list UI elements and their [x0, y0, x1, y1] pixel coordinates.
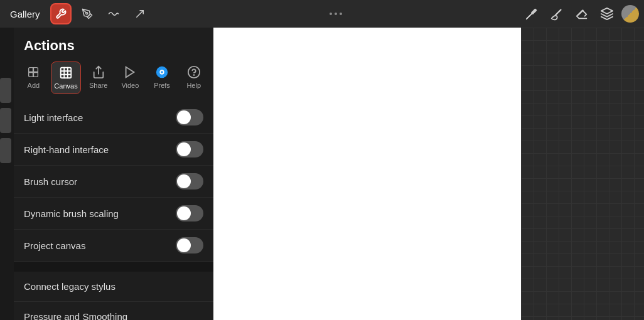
pencil-icon	[525, 7, 539, 21]
brush-icon	[550, 7, 564, 21]
tab-video-label: Video	[121, 82, 139, 89]
tab-prefs-label: Prefs	[154, 82, 170, 89]
wave-button[interactable]	[103, 3, 124, 24]
toolbar-left: Gallery	[5, 3, 151, 24]
dot-2	[335, 13, 337, 15]
add-icon	[26, 65, 40, 79]
icon-tabs: Add Canvas Share Video	[14, 61, 213, 102]
light-interface-toggle[interactable]	[176, 109, 203, 125]
tab-add[interactable]: Add	[19, 61, 48, 94]
tab-prefs[interactable]: Prefs	[148, 61, 177, 94]
pen-nib-icon	[82, 8, 93, 19]
arrow-icon	[134, 8, 146, 19]
project-canvas-label: Project canvas	[24, 240, 85, 251]
pen-button[interactable]	[77, 3, 98, 24]
setting-dynamic-brush-scaling: Dynamic brush scaling	[14, 198, 213, 230]
tab-share-label: Share	[89, 82, 107, 89]
gallery-button[interactable]: Gallery	[5, 6, 45, 22]
setting-brush-cursor: Brush cursor	[14, 166, 213, 198]
right-hand-interface-label: Right-hand interface	[24, 144, 109, 155]
dynamic-brush-scaling-label: Dynamic brush scaling	[24, 208, 119, 219]
wrench-icon	[55, 8, 67, 19]
pencil-tool-button[interactable]	[521, 3, 542, 24]
tab-help-label: Help	[186, 82, 201, 89]
arrow-button[interactable]	[129, 3, 151, 24]
layers-icon	[600, 7, 614, 21]
svg-rect-7	[61, 68, 72, 78]
top-toolbar: Gallery	[0, 0, 644, 28]
prefs-icon	[155, 65, 169, 79]
sidebar-handle-3[interactable]	[0, 138, 11, 163]
right-hand-interface-toggle[interactable]	[176, 141, 203, 157]
tab-share[interactable]: Share	[83, 61, 113, 94]
actions-panel: Actions Add Canvas Share	[14, 28, 213, 320]
toolbar-center	[330, 13, 342, 15]
brush-tool-button[interactable]	[546, 3, 567, 24]
light-interface-label: Light interface	[24, 112, 83, 123]
dot-3	[340, 13, 342, 15]
sidebar-handle-1[interactable]	[0, 78, 11, 103]
share-icon	[92, 65, 105, 79]
setting-project-canvas: Project canvas	[14, 230, 213, 262]
canvas-background	[521, 28, 644, 320]
connect-legacy-stylus-label: Connect legacy stylus	[24, 281, 115, 292]
eraser-icon	[575, 7, 589, 21]
layers-tool-button[interactable]	[596, 3, 618, 24]
actions-title: Actions	[14, 28, 213, 61]
eraser-tool-button[interactable]	[571, 3, 593, 24]
brush-cursor-label: Brush cursor	[24, 176, 77, 187]
setting-light-interface: Light interface	[14, 102, 213, 134]
svg-marker-3	[601, 8, 613, 14]
section-divider-1	[14, 262, 213, 272]
canvas-icon	[59, 66, 73, 80]
wave-icon	[108, 8, 119, 19]
svg-line-1	[136, 11, 143, 18]
svg-point-0	[85, 13, 87, 14]
dynamic-brush-scaling-toggle[interactable]	[176, 205, 203, 221]
nav-connect-legacy-stylus[interactable]: Connect legacy stylus	[14, 272, 213, 302]
sidebar-handle-2[interactable]	[0, 108, 11, 133]
dot-1	[330, 13, 332, 15]
color-swatch[interactable]	[621, 5, 639, 23]
toolbar-right	[521, 3, 639, 24]
setting-right-hand-interface: Right-hand interface	[14, 134, 213, 166]
project-canvas-toggle[interactable]	[176, 237, 203, 253]
tab-help[interactable]: Help	[179, 61, 208, 94]
svg-point-16	[161, 71, 163, 73]
tab-canvas[interactable]: Canvas	[51, 61, 82, 94]
pressure-and-smoothing-label: Pressure and Smoothing	[24, 311, 127, 320]
help-icon	[187, 65, 201, 79]
nav-pressure-and-smoothing[interactable]: Pressure and Smoothing	[14, 302, 213, 320]
svg-marker-13	[126, 67, 134, 78]
brush-cursor-toggle[interactable]	[176, 173, 203, 189]
video-icon	[123, 65, 137, 79]
wrench-button[interactable]	[50, 3, 72, 24]
tab-canvas-label: Canvas	[54, 82, 77, 90]
sidebar-handles	[0, 28, 14, 163]
tab-add-label: Add	[28, 82, 40, 89]
tab-video[interactable]: Video	[115, 61, 145, 94]
